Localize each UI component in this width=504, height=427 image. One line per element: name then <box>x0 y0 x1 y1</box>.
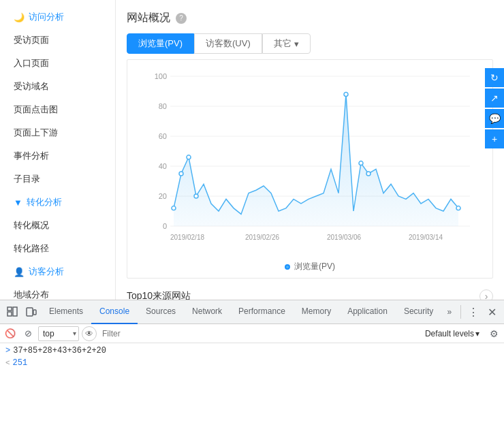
wechat-button[interactable]: 💬 <box>485 109 504 128</box>
sidebar-item-event-analysis[interactable]: 事件分析 <box>0 144 115 168</box>
default-levels-button[interactable]: Default levels ▾ <box>421 326 484 341</box>
svg-text:2019/02/18: 2019/02/18 <box>170 234 204 241</box>
sidebar-item-subdirectory[interactable]: 子目录 <box>0 168 115 191</box>
svg-text:2019/03/06: 2019/03/06 <box>327 234 361 241</box>
refresh-button[interactable]: ↻ <box>485 68 504 87</box>
tab-elements[interactable]: Elements <box>41 300 91 324</box>
sidebar-item-visit-analysis[interactable]: 🌙 访问分析 <box>0 5 115 29</box>
sidebar-item-page-click-map[interactable]: 页面点击图 <box>0 98 115 121</box>
sidebar-item-label: 转化分析 <box>27 196 62 208</box>
svg-marker-16 <box>174 94 458 226</box>
clear-console-button[interactable]: 🚫 <box>3 326 18 341</box>
svg-text:2019/03/14: 2019/03/14 <box>409 234 443 241</box>
settings-gear-button[interactable]: ⚙ <box>486 326 501 341</box>
sidebar-item-visitor-analysis[interactable]: 👤 访客分析 <box>0 260 115 283</box>
svg-point-18 <box>179 172 183 176</box>
sidebar-item-label: 页面点击图 <box>14 104 58 116</box>
more-tabs-button[interactable]: » <box>441 302 457 321</box>
moon-icon: 🌙 <box>14 12 25 22</box>
svg-rect-28 <box>27 308 33 316</box>
sidebar-item-label: 转化路径 <box>14 242 49 255</box>
svg-text:80: 80 <box>159 102 167 110</box>
input-prompt: > <box>5 345 10 357</box>
help-icon[interactable]: ? <box>176 13 187 24</box>
svg-text:20: 20 <box>159 192 167 200</box>
close-devtools-button[interactable]: ✕ <box>483 302 501 321</box>
tab-application[interactable]: Application <box>339 300 396 324</box>
sidebar-item-conversion-analysis[interactable]: ▼ 转化分析 <box>0 191 115 214</box>
svg-point-22 <box>359 161 363 165</box>
tab-performance[interactable]: Performance <box>230 300 294 324</box>
sidebar-item-label: 访客分析 <box>29 266 64 278</box>
share-button[interactable]: ↗ <box>485 89 504 108</box>
tab-pv[interactable]: 浏览量(PV) <box>127 33 194 54</box>
device-toolbar-button[interactable] <box>22 302 41 321</box>
svg-text:0: 0 <box>163 222 167 230</box>
sidebar-item-conversion-overview[interactable]: 转化概况 <box>0 214 115 237</box>
legend-label-pv: 浏览量(PV) <box>294 261 335 272</box>
sidebar-item-label: 受访域名 <box>14 80 49 93</box>
sidebar-item-visited-domains[interactable]: 受访域名 <box>0 75 115 98</box>
filter-input[interactable] <box>99 326 418 341</box>
plus-button[interactable]: + <box>485 129 504 148</box>
svg-text:100: 100 <box>155 72 167 80</box>
chart-tab-bar: 浏览量(PV) 访客数(UV) 其它 ▾ <box>127 33 493 54</box>
sidebar-item-label: 事件分析 <box>14 150 49 162</box>
user-icon: 👤 <box>14 267 25 277</box>
sidebar-item-conversion-path[interactable]: 转化路径 <box>0 237 115 260</box>
devtools-tab-bar: Elements Console Sources Network Perform… <box>0 300 504 324</box>
svg-point-17 <box>172 206 176 210</box>
right-action-panel: ↻ ↗ 💬 + <box>485 68 504 148</box>
context-selector-wrapper: top ▾ <box>38 326 79 341</box>
svg-point-21 <box>344 92 348 96</box>
console-input-text: 37+85+28+43+36+2+20 <box>13 345 106 357</box>
sidebar-item-label: 访问分析 <box>29 11 64 23</box>
tab-network[interactable]: Network <box>184 300 230 324</box>
sidebar-item-label: 入口页面 <box>14 57 49 69</box>
tab-console[interactable]: Console <box>91 300 138 324</box>
console-output-value: 251 <box>13 357 28 369</box>
svg-text:2019/02/26: 2019/02/26 <box>245 234 279 241</box>
tab-sources[interactable]: Sources <box>138 300 184 324</box>
svg-text:40: 40 <box>159 162 167 170</box>
chart-container: 100 80 60 40 20 0 2019/02/18 2019/02/26 … <box>127 59 493 279</box>
inspect-element-button[interactable] <box>3 302 22 321</box>
eye-button[interactable]: 👁 <box>82 326 97 341</box>
top-section-title: Top10来源网站 <box>127 290 191 300</box>
sidebar-item-label: 转化概况 <box>14 219 49 232</box>
svg-rect-25 <box>7 307 12 311</box>
tab-other[interactable]: 其它 ▾ <box>262 33 311 54</box>
svg-text:60: 60 <box>159 132 167 140</box>
console-settings-button[interactable]: ⊘ <box>20 326 35 341</box>
sidebar-item-label: 地域分布 <box>14 289 49 300</box>
sidebar-item-entry-pages[interactable]: 入口页面 <box>0 52 115 75</box>
more-button[interactable]: › <box>479 289 493 300</box>
filter-icon: ▼ <box>14 197 22 208</box>
chevron-down-icon: ▾ <box>294 39 299 49</box>
console-input-line: > 37+85+28+43+36+2+20 <box>5 345 499 357</box>
sidebar-item-label: 页面上下游 <box>14 127 58 139</box>
output-arrow: < <box>5 357 10 369</box>
svg-rect-27 <box>13 307 17 316</box>
sidebar-item-page-up-down[interactable]: 页面上下游 <box>0 121 115 144</box>
chart-legend: 浏览量(PV) <box>133 261 487 272</box>
chevron-down-icon: ▾ <box>475 329 479 338</box>
console-output: > 37+85+28+43+36+2+20 < 251 <box>0 343 504 427</box>
sidebar-item-label: 受访页面 <box>14 34 49 46</box>
tab-memory[interactable]: Memory <box>294 300 339 324</box>
context-selector[interactable]: top <box>38 326 79 341</box>
sidebar-item-geo-distribution[interactable]: 地域分布 <box>0 283 115 300</box>
sidebar: 🌙 访问分析 受访页面 入口页面 受访域名 页面点击图 页面上下游 事件分析 子… <box>0 0 116 300</box>
console-output-line: < 251 <box>5 357 499 369</box>
sidebar-item-label: 子目录 <box>14 173 40 185</box>
console-toolbar: 🚫 ⊘ top ▾ 👁 Default levels ▾ ⚙ <box>0 324 504 343</box>
top-section-header: Top10来源网站 › <box>127 289 493 300</box>
customize-button[interactable]: ⋮ <box>464 302 483 321</box>
legend-dot-pv <box>285 264 290 270</box>
svg-point-23 <box>366 172 371 176</box>
tab-security[interactable]: Security <box>396 300 441 324</box>
svg-rect-26 <box>7 312 12 316</box>
main-content: 网站概况 ? 浏览量(PV) 访客数(UV) 其它 ▾ 100 80 60 40… <box>116 0 504 300</box>
tab-uv[interactable]: 访客数(UV) <box>194 33 262 54</box>
sidebar-item-visited-pages[interactable]: 受访页面 <box>0 29 115 52</box>
